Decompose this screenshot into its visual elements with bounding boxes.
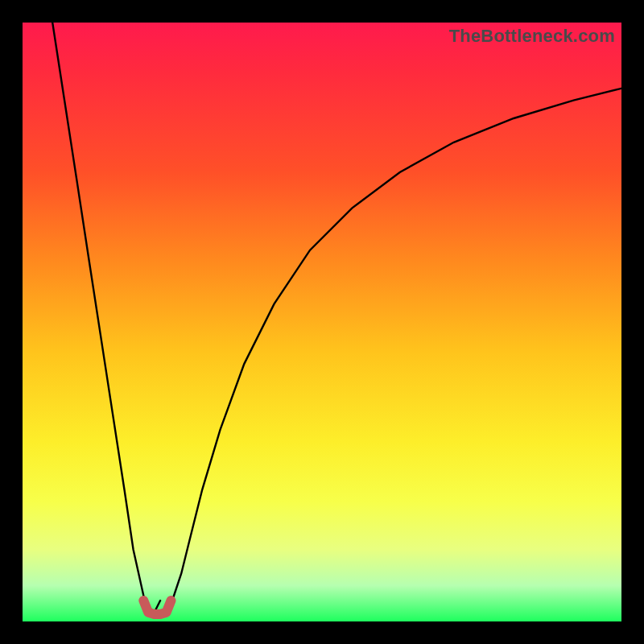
plot-area: TheBottleneck.com xyxy=(23,23,621,621)
chart-frame: TheBottleneck.com xyxy=(0,0,644,644)
chart-svg xyxy=(23,23,621,621)
curve-right-path xyxy=(172,89,621,601)
curve-left-path xyxy=(52,23,160,613)
